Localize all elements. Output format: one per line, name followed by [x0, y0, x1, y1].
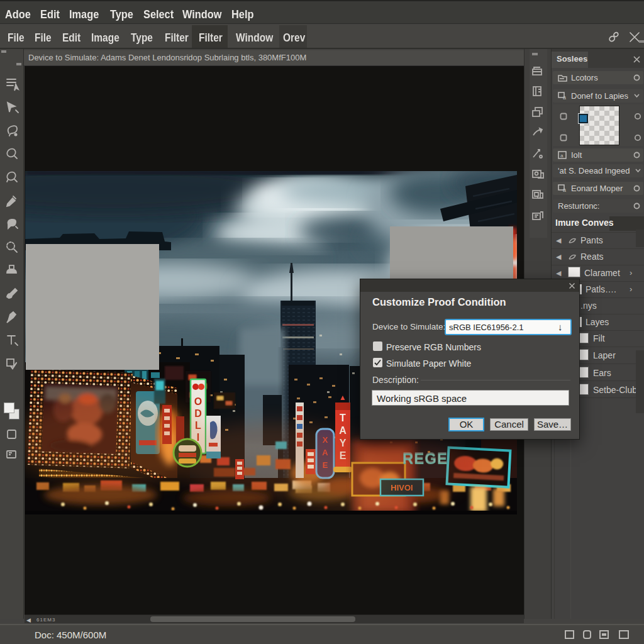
svg-text:A: A — [339, 425, 347, 436]
svg-text:▲: ▲ — [339, 393, 347, 402]
svg-text:a: a — [563, 187, 566, 192]
svg-text:a: a — [563, 94, 566, 100]
svg-text:T: T — [340, 413, 346, 423]
svg-text:O: O — [194, 396, 202, 407]
svg-text:a: a — [560, 153, 564, 158]
